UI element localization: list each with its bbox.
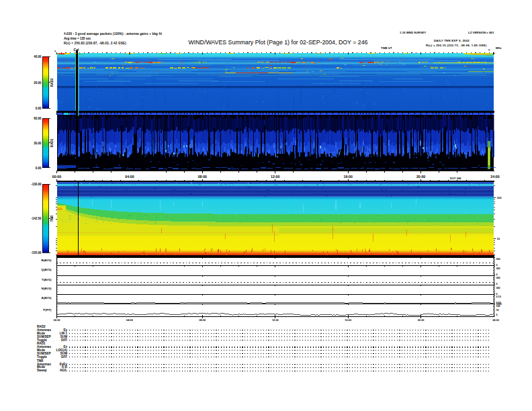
svg-text:60.00: 60.00 <box>34 117 42 120</box>
svg-text:12:00: 12:00 <box>271 175 279 179</box>
svg-text:TNR: TNR <box>51 215 54 222</box>
svg-text:DOY 246: DOY 246 <box>450 177 461 180</box>
svg-text:1.10 WND SURVEY: 1.10 WND SURVEY <box>400 31 426 34</box>
svg-text:R(s) = 250.15 (232.73, -98.98: R(s) = 250.15 (232.73, -98.98, 1.85 GSE) <box>426 44 487 47</box>
svg-text:Q(AVG): Q(AVG) <box>41 268 52 271</box>
svg-text:N(AVG): N(AVG) <box>42 287 52 290</box>
svg-text:12:00: 12:00 <box>272 319 279 322</box>
svg-text:RAD1: RAD1 <box>51 138 54 147</box>
svg-text:360: 360 <box>496 277 500 279</box>
svg-text:360: 360 <box>496 287 500 289</box>
svg-text:30.00: 30.00 <box>34 142 42 145</box>
svg-text:100: 100 <box>497 196 502 199</box>
svg-text:08:00: 08:00 <box>198 175 207 179</box>
svg-text:AGIL: AGIL <box>60 369 67 372</box>
svg-text:0.00: 0.00 <box>36 167 42 170</box>
svg-text:16:00: 16:00 <box>345 319 351 322</box>
svg-text:RAD2: RAD2 <box>51 78 54 87</box>
svg-text:0.00: 0.00 <box>36 107 42 110</box>
svg-text:DAILY TNR EXP 9, 2002: DAILY TNR EXP 9, 2002 <box>434 39 470 42</box>
svg-text:Avg time = 135 sec: Avg time = 135 sec <box>64 37 91 40</box>
svg-text:24:00: 24:00 <box>492 319 499 322</box>
svg-text:A(AVG): A(AVG) <box>42 296 52 300</box>
svg-text:Toggle: Toggle <box>37 338 47 342</box>
svg-text:T(AVG): T(AVG) <box>42 278 52 281</box>
svg-text:4.030 - 3 good average packets: 4.030 - 3 good average packets (100%) - … <box>64 32 163 36</box>
svg-text:0: 0 <box>496 283 498 285</box>
svg-text:10: 10 <box>496 309 499 312</box>
svg-text:10: 10 <box>497 237 500 240</box>
svg-text:-130.00: -130.00 <box>31 183 42 186</box>
svg-text:08:00: 08:00 <box>199 319 206 322</box>
svg-text:20:00: 20:00 <box>416 175 425 179</box>
svg-text:R(s) = 250.83 (230.87, -98.03: R(s) = 250.83 (230.87, -98.03, 2.42 GSE) <box>64 42 126 45</box>
svg-text:20.00: 20.00 <box>34 81 42 85</box>
svg-text:OFF: OFF <box>61 338 67 342</box>
svg-text:OFF: OFF <box>61 355 67 359</box>
svg-text:00:00: 00:00 <box>52 175 61 179</box>
svg-text:Sweep: Sweep <box>37 369 47 372</box>
svg-text:0: 0 <box>496 273 498 276</box>
svg-text:0: 0 <box>496 264 498 267</box>
svg-text:TIME UT: TIME UT <box>381 46 392 50</box>
svg-text:20:00: 20:00 <box>418 319 425 322</box>
svg-text:WIND/WAVES Summary Plot (Page: WIND/WAVES Summary Plot (Page 1) for 02-… <box>188 39 367 46</box>
svg-text:04:00: 04:00 <box>126 319 133 322</box>
svg-text:0: 0 <box>496 314 498 316</box>
svg-text:360: 360 <box>496 258 500 261</box>
svg-text:LZ VERSION = 801: LZ VERSION = 801 <box>468 31 494 34</box>
svg-text:0.10: 0.10 <box>496 295 501 298</box>
svg-text:360: 360 <box>496 267 500 270</box>
svg-text:P(FIT): P(FIT) <box>43 308 52 312</box>
svg-text:-142.50: -142.50 <box>31 217 42 220</box>
svg-text:-155.00: -155.00 <box>31 251 42 255</box>
svg-text:16:00: 16:00 <box>344 175 353 179</box>
svg-text:Toggle: Toggle <box>37 355 47 359</box>
svg-text:B(AVG): B(AVG) <box>42 259 52 262</box>
svg-text:100: 100 <box>496 305 500 308</box>
svg-text:00:00: 00:00 <box>54 319 60 322</box>
svg-text:40.00: 40.00 <box>34 55 42 58</box>
svg-text:MHz: MHz <box>496 46 501 50</box>
svg-text:04:00: 04:00 <box>125 175 134 179</box>
svg-text:24:00: 24:00 <box>490 175 499 179</box>
